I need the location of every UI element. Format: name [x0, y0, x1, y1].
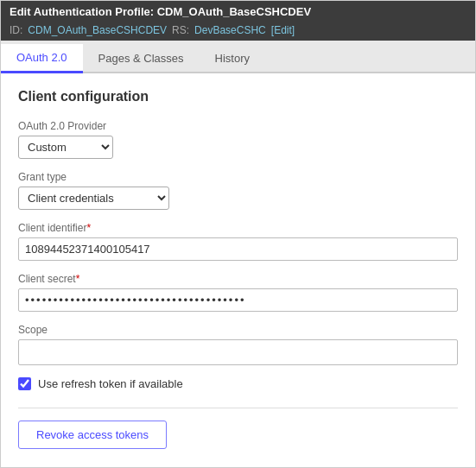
subtitle-bar: ID: CDM_OAuth_BaseCSHCDEV RS: DevBaseCSH…: [1, 22, 475, 41]
provider-label: OAuth 2.0 Provider: [18, 120, 458, 132]
page-title: Edit Authentication Profile: CDM_OAuth_B…: [10, 5, 311, 18]
refresh-token-checkbox[interactable]: [18, 377, 31, 390]
grant-type-group: Grant type Client credentials Authorizat…: [18, 171, 458, 210]
scope-input[interactable]: [18, 339, 458, 365]
tab-pages-classes[interactable]: Pages & Classes: [83, 44, 200, 72]
rs-value: DevBaseCSHC: [194, 24, 266, 36]
id-value: CDM_OAuth_BaseCSHCDEV: [28, 24, 167, 36]
divider: [18, 408, 458, 408]
scope-group: Scope: [18, 324, 458, 365]
refresh-token-row: Use refresh token if available: [18, 377, 458, 390]
grant-type-select[interactable]: Client credentials Authorization code Im…: [18, 187, 169, 210]
refresh-token-label: Use refresh token if available: [38, 377, 183, 390]
title-bar: Edit Authentication Profile: CDM_OAuth_B…: [1, 1, 475, 22]
client-secret-label: Client secret*: [18, 273, 458, 285]
grant-type-label: Grant type: [18, 171, 458, 183]
client-secret-required: *: [76, 273, 80, 285]
client-id-required: *: [86, 222, 91, 234]
revoke-access-tokens-button[interactable]: Revoke access tokens: [18, 421, 167, 449]
content-area: Client configuration OAuth 2.0 Provider …: [1, 73, 475, 467]
client-secret-group: Client secret*: [18, 273, 458, 312]
id-label: ID:: [10, 24, 22, 36]
rs-label: RS:: [172, 24, 189, 36]
client-id-group: Client identifier*: [18, 222, 458, 261]
tab-oauth2[interactable]: OAuth 2.0: [1, 44, 83, 73]
scope-label: Scope: [18, 324, 458, 336]
tab-history[interactable]: History: [200, 44, 265, 72]
tabs-bar: OAuth 2.0 Pages & Classes History: [1, 41, 475, 73]
client-id-label: Client identifier*: [18, 222, 458, 234]
provider-select[interactable]: Custom Google Microsoft Okta: [18, 136, 113, 159]
provider-group: OAuth 2.0 Provider Custom Google Microso…: [18, 120, 458, 159]
edit-link[interactable]: [Edit]: [271, 24, 295, 36]
main-window: Edit Authentication Profile: CDM_OAuth_B…: [0, 0, 476, 468]
client-id-input[interactable]: [18, 237, 458, 261]
client-secret-input[interactable]: [18, 288, 458, 312]
section-title: Client configuration: [18, 89, 458, 104]
